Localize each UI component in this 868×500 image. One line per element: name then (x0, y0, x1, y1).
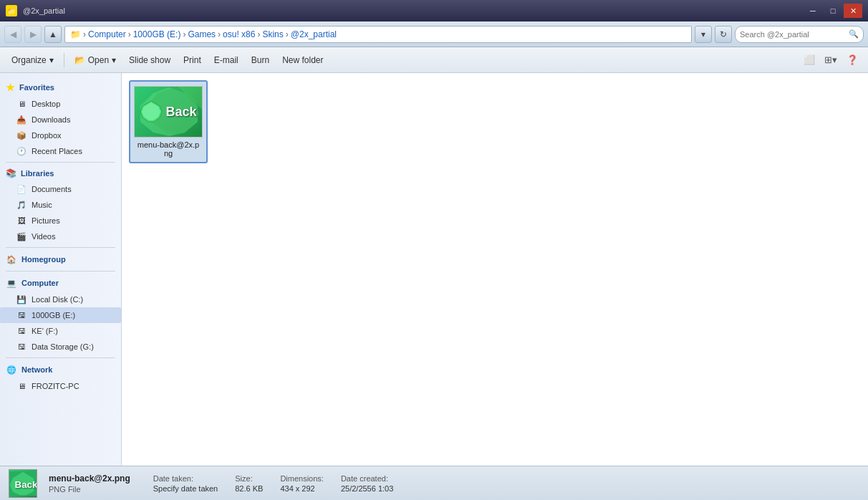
new-folder-button[interactable]: New folder (276, 50, 329, 70)
sidebar-item-downloads[interactable]: 📥 Downloads (0, 112, 121, 128)
breadcrumb-drive[interactable]: 1000GB (E:) (133, 29, 181, 39)
maximize-button[interactable]: □ (824, 4, 842, 18)
file-area: menu-back@2x.png Back menu-back@2x.png (122, 73, 868, 466)
disk-g-icon: 🖫 (16, 341, 27, 352)
network-header[interactable]: 🌐 Network (0, 361, 121, 378)
homegroup-header[interactable]: 🏠 Homegroup (0, 251, 121, 268)
divider-2 (6, 247, 115, 248)
status-thumbnail: Back (9, 469, 37, 498)
pc-icon: 🖥 (16, 380, 27, 392)
view-dropdown-button[interactable]: ⊞▾ (821, 50, 841, 70)
search-input[interactable] (740, 30, 846, 39)
sidebar-item-documents[interactable]: 📄 Documents (0, 181, 121, 197)
close-button[interactable]: ✕ (844, 4, 862, 18)
print-button[interactable]: Print (178, 50, 207, 70)
status-date-taken: Date taken: Specify date taken (153, 474, 218, 493)
open-button[interactable]: 📂 Open ▾ (69, 50, 122, 70)
preview-pane-button[interactable]: ⬜ (799, 50, 819, 70)
status-bar: Back menu-back@2x.png PNG File Date take… (0, 466, 868, 500)
status-thumb-svg: Back (9, 471, 37, 496)
sidebar: ★ Favorites 🖥 Desktop 📥 Downloads 📦 Drop… (0, 73, 122, 466)
sidebar-item-frozitc[interactable]: 🖥 FROZITC-PC (0, 378, 121, 394)
date-taken-value: Specify date taken (153, 484, 218, 493)
libraries-section: 📚 Libraries 📄 Documents 🎵 Music 🖼 Pictur… (0, 165, 121, 244)
svg-text:Back: Back (15, 479, 37, 489)
breadcrumb-current[interactable]: @2x_partial (291, 29, 337, 39)
sidebar-item-music[interactable]: 🎵 Music (0, 197, 121, 213)
back-image: menu-back@2x.png Back (135, 86, 202, 138)
favorites-section: ★ Favorites 🖥 Desktop 📥 Downloads 📦 Drop… (0, 79, 121, 159)
downloads-icon: 📥 (16, 114, 27, 125)
search-icon: 🔍 (849, 29, 859, 39)
breadcrumb-skins[interactable]: Skins (262, 29, 283, 39)
sidebar-item-g-drive[interactable]: 🖫 Data Storage (G:) (0, 339, 121, 355)
email-button[interactable]: E-mail (208, 50, 244, 70)
libraries-icon: 📚 (6, 168, 16, 178)
dropdown-button[interactable]: ▾ (695, 26, 712, 43)
size-label: Size: (235, 474, 263, 483)
breadcrumb-bar[interactable]: 📁 › Computer › 1000GB (E:) › Games › osu… (64, 26, 692, 43)
up-button[interactable]: ▲ (44, 26, 62, 43)
status-filetype: PNG File (49, 485, 130, 494)
file-name: menu-back@2x.png (138, 140, 199, 158)
toolbar: Organize ▾ 📂 Open ▾ Slide show Print E-m… (0, 47, 868, 73)
dimensions-label: Dimensions: (280, 474, 324, 483)
divider-4 (6, 357, 115, 358)
status-size: Size: 82.6 KB (235, 474, 263, 493)
homegroup-section: 🏠 Homegroup (0, 251, 121, 268)
status-info: menu-back@2x.png PNG File (49, 473, 130, 494)
disk-f-icon: 🖫 (16, 325, 27, 337)
burn-button[interactable]: Burn (246, 50, 275, 70)
sidebar-item-c-drive[interactable]: 💾 Local Disk (C:) (0, 292, 121, 307)
toolbar-separator-1 (64, 53, 64, 67)
sidebar-item-videos[interactable]: 🎬 Videos (0, 229, 121, 244)
status-details: Date taken: Specify date taken Size: 82.… (153, 474, 394, 493)
organize-button[interactable]: Organize ▾ (6, 50, 59, 70)
sidebar-item-f-drive[interactable]: 🖫 KE' (F:) (0, 323, 121, 339)
breadcrumb-games[interactable]: Games (188, 29, 216, 39)
network-section: 🌐 Network 🖥 FROZITC-PC (0, 361, 121, 394)
search-box[interactable]: 🔍 (735, 26, 864, 43)
videos-icon: 🎬 (16, 231, 27, 242)
computer-section: 💻 Computer 💾 Local Disk (C:) 🖫 1000GB (E… (0, 274, 121, 355)
status-filename: menu-back@2x.png (49, 473, 130, 484)
leaf-icon (140, 100, 163, 123)
sidebar-item-desktop[interactable]: 🖥 Desktop (0, 96, 121, 112)
favorites-header[interactable]: ★ Favorites (0, 79, 121, 96)
computer-icon: 💻 (6, 277, 17, 289)
title-bar: 📁 @2x_partial ─ □ ✕ (0, 0, 868, 21)
disk-e-icon: 🖫 (16, 309, 27, 321)
forward-button[interactable]: ▶ (24, 26, 42, 43)
breadcrumb-osu[interactable]: osu! x86 (223, 29, 255, 39)
sidebar-item-recent[interactable]: 🕐 Recent Places (0, 143, 121, 159)
sidebar-item-pictures[interactable]: 🖼 Pictures (0, 213, 121, 229)
date-taken-label: Date taken: (153, 474, 218, 483)
date-created-value: 25/2/2556 1:03 (341, 484, 393, 493)
documents-icon: 📄 (16, 183, 27, 195)
sidebar-item-dropbox[interactable]: 📦 Dropbox (0, 128, 121, 143)
address-bar: ◀ ▶ ▲ 📁 › Computer › 1000GB (E:) › Games… (0, 21, 868, 47)
sidebar-item-e-drive[interactable]: 🖫 1000GB (E:) (0, 307, 121, 323)
disk-c-icon: 💾 (16, 294, 27, 305)
file-item[interactable]: menu-back@2x.png Back menu-back@2x.png (129, 80, 208, 163)
file-thumbnail: menu-back@2x.png Back (134, 86, 203, 138)
network-icon: 🌐 (6, 364, 17, 375)
minimize-button[interactable]: ─ (804, 4, 822, 18)
back-button[interactable]: ◀ (4, 26, 21, 43)
slideshow-button[interactable]: Slide show (123, 50, 176, 70)
open-icon: 📂 (74, 55, 85, 65)
dimensions-value: 434 x 292 (280, 484, 324, 493)
refresh-button[interactable]: ↻ (715, 26, 732, 43)
title-bar-controls: ─ □ ✕ (804, 4, 862, 18)
desktop-icon: 🖥 (16, 98, 27, 110)
libraries-header[interactable]: 📚 Libraries (0, 165, 121, 181)
homegroup-icon: 🏠 (6, 254, 17, 265)
breadcrumb-computer[interactable]: Computer (88, 29, 126, 39)
pictures-icon: 🖼 (16, 215, 27, 226)
title-bar-left: 📁 @2x_partial (6, 5, 65, 16)
music-icon: 🎵 (16, 199, 27, 211)
app-icon: 📁 (6, 5, 17, 16)
computer-header[interactable]: 💻 Computer (0, 274, 121, 292)
help-button[interactable]: ❓ (842, 50, 862, 70)
dropbox-icon: 📦 (16, 130, 27, 141)
